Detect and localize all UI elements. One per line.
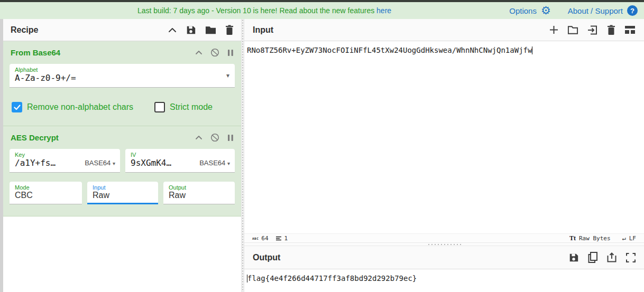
mode-input-output-row: Mode CBC Input Raw Output Raw — [10, 182, 235, 204]
key-inner: Key /a1Y+fs… — [15, 152, 56, 169]
collapse-all-icon[interactable] — [168, 27, 177, 33]
key-type-value: BASE64 — [85, 159, 111, 167]
text-cursor — [532, 46, 532, 54]
output-header: Output — [244, 246, 644, 269]
output-title: Output — [253, 253, 280, 262]
breakpoint-pause-icon[interactable] — [227, 134, 234, 142]
iv-type-dropdown[interactable]: BASE64 ▾ — [199, 159, 230, 167]
input-type-value: Raw — [93, 191, 153, 200]
operation-name: From Base64 — [11, 48, 60, 57]
remove-non-alphabet-label[interactable]: Remove non-alphabet chars — [27, 102, 133, 112]
abc-icon: ABC — [252, 237, 259, 240]
mode-value: CBC — [15, 191, 77, 200]
main-layout: Recipe From Base64 — [0, 19, 644, 292]
iv-field[interactable]: IV 9sXGmK4… BASE64 ▾ — [125, 149, 235, 173]
iv-label: IV — [131, 152, 171, 158]
about-support-link[interactable]: About / Support — [568, 6, 623, 15]
recipe-empty-area[interactable] — [3, 216, 241, 292]
character-encoding-value[interactable]: Raw Bytes — [579, 235, 611, 242]
tab-layout-icon[interactable] — [624, 25, 636, 34]
alphabet-label: Alphabet — [15, 67, 229, 73]
alphabet-field[interactable]: Alphabet A-Za-z0-9+/= ▾ — [10, 64, 235, 88]
chevron-down-icon[interactable]: ▾ — [226, 72, 229, 79]
input-header: Input — [244, 19, 644, 41]
input-text: RNo8TZ56Rv+EyZW73NocFOIiNFfL45tXw24UogGd… — [247, 46, 532, 54]
operation-name: AES Decrypt — [11, 133, 59, 142]
banner-message: Last build: 7 days ago - Version 10 is h… — [0, 6, 529, 15]
save-recipe-icon[interactable] — [186, 25, 196, 35]
load-recipe-folder-icon[interactable] — [205, 25, 216, 35]
replace-input-with-output-icon[interactable] — [606, 252, 617, 263]
input-type-label: Input — [93, 184, 153, 191]
io-column: Input RNo8TZ56Rv+EyZW73NocFOIiN — [244, 19, 644, 292]
banner-here-link[interactable]: here — [376, 6, 391, 15]
key-iv-row: Key /a1Y+fs… BASE64 ▾ IV 9sXGmK4… BASE64… — [10, 149, 235, 173]
breakpoint-pause-icon[interactable] — [227, 49, 234, 56]
gear-icon[interactable]: ⚙ — [541, 5, 551, 16]
help-icon[interactable]: ? — [627, 5, 638, 16]
clear-recipe-trash-icon[interactable] — [225, 25, 234, 35]
copy-output-icon[interactable] — [588, 252, 597, 263]
save-output-icon[interactable] — [568, 252, 579, 263]
recipe-pane: Recipe From Base64 — [3, 19, 241, 292]
iv-value: 9sXGmK4… — [131, 158, 171, 168]
operation-title-row: From Base64 — [3, 41, 241, 57]
remove-non-alphabet-checkbox[interactable] — [12, 102, 22, 112]
output-type-value: Raw — [169, 191, 229, 200]
output-editor[interactable]: flag{4e4f266d44717ff3af8bd92d292b79ec} — [244, 269, 644, 292]
disable-operation-icon[interactable] — [210, 48, 219, 57]
key-field[interactable]: Key /a1Y+fs… BASE64 ▾ — [10, 149, 120, 173]
mode-label: Mode — [15, 184, 77, 191]
input-header-icons — [549, 25, 636, 35]
line-count-icon — [276, 236, 282, 241]
input-title: Input — [253, 25, 273, 35]
iv-type-value: BASE64 — [199, 159, 225, 167]
strict-mode-label[interactable]: Strict mode — [170, 102, 213, 112]
input-type-select[interactable]: Input Raw — [87, 182, 158, 204]
input-editor[interactable]: RNo8TZ56Rv+EyZW73NocFOIiNFfL45tXw24UogGd… — [244, 41, 644, 233]
operation-aes-decrypt[interactable]: AES Decrypt Key /a1 — [3, 126, 241, 216]
output-text: flag{4e4f266d44717ff3af8bd92d292b79ec} — [247, 274, 417, 282]
char-count-value: 64 — [261, 235, 268, 242]
output-type-select[interactable]: Output Raw — [163, 182, 235, 204]
key-label: Key — [15, 152, 56, 158]
from-base64-options-row: Remove non-alphabet chars Strict mode — [12, 102, 234, 112]
key-value: /a1Y+fs… — [15, 158, 56, 168]
enter-icon: ↵ — [622, 234, 626, 242]
operation-icons — [195, 48, 234, 57]
collapse-args-icon[interactable] — [195, 50, 203, 55]
input-status-bar: ABC 64 1 Tt Raw Bytes ↵ LF — [244, 233, 644, 242]
operation-title-row: AES Decrypt — [3, 126, 241, 142]
alphabet-value: A-Za-z0-9+/= — [15, 73, 229, 83]
banner-message-text: Last build: 7 days ago - Version 10 is h… — [137, 6, 376, 15]
splitter-grip-dots — [427, 243, 461, 246]
chevron-down-icon: ▾ — [113, 161, 115, 166]
strict-mode-checkbox[interactable] — [154, 102, 165, 112]
mode-select[interactable]: Mode CBC — [10, 182, 82, 204]
line-count-item: 1 — [276, 235, 288, 242]
disable-operation-icon[interactable] — [210, 133, 219, 142]
status-right: Tt Raw Bytes ↵ LF — [569, 234, 636, 242]
operation-from-base64[interactable]: From Base64 Alphabet A-Za-z0-9+/= ▾ — [3, 41, 241, 126]
line-count-value: 1 — [284, 235, 288, 242]
recipe-title: Recipe — [11, 25, 38, 35]
horizontal-splitter[interactable] — [244, 242, 644, 246]
notice-banner: Last build: 7 days ago - Version 10 is h… — [0, 2, 644, 19]
character-encoding-icon: Tt — [569, 234, 576, 242]
add-input-tab-icon[interactable] — [549, 25, 558, 34]
iv-inner: IV 9sXGmK4… — [131, 152, 171, 169]
clear-io-trash-icon[interactable] — [607, 25, 615, 35]
chevron-down-icon: ▾ — [227, 161, 230, 166]
recipe-header-icons — [168, 25, 234, 35]
key-type-dropdown[interactable]: BASE64 ▾ — [85, 159, 115, 167]
eol-value[interactable]: LF — [629, 235, 636, 242]
open-folder-as-input-icon[interactable] — [587, 25, 598, 35]
output-header-icons — [568, 252, 636, 263]
collapse-args-icon[interactable] — [195, 135, 203, 140]
banner-links: Options ⚙ About / Support ? — [509, 5, 644, 16]
operation-icons — [195, 133, 234, 142]
maximize-output-icon[interactable] — [626, 253, 636, 262]
open-file-folder-icon[interactable] — [567, 25, 578, 35]
char-count-item: ABC 64 — [252, 235, 269, 242]
recipe-header: Recipe — [3, 19, 241, 41]
